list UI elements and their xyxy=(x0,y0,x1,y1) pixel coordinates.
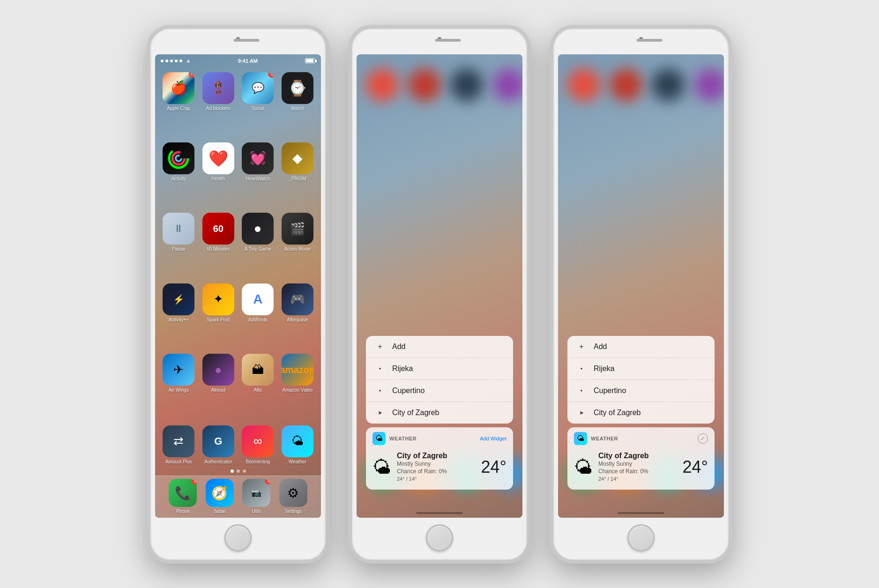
app-amountplus[interactable]: ⇄ Amount Plus xyxy=(161,425,197,465)
app-social-icon: 💬 1 xyxy=(242,72,274,104)
app-boomerang[interactable]: ∞ Boomerang xyxy=(240,425,276,465)
status-time: 9:41 AM xyxy=(238,58,258,64)
weather-title-area-3: 🌤 WEATHER xyxy=(574,432,618,445)
app-tinygame[interactable]: ● A Tiny Game xyxy=(240,213,276,279)
blur-circle-4 xyxy=(492,68,522,101)
page-dot-3 xyxy=(243,469,246,473)
pause-label: · Pause · xyxy=(170,246,188,252)
weather-desc-line2-2: Chance of Rain: 0% xyxy=(397,468,476,476)
app-actionmovie[interactable]: 🎬 Action Movie xyxy=(280,213,316,279)
blur-circle-3-4 xyxy=(694,68,724,101)
weather-sun-icon-2: 🌤 xyxy=(372,457,391,478)
blur-circle-2 xyxy=(408,68,441,101)
wifi-icon: ▲ xyxy=(186,58,191,63)
app-health-icon: ❤️ xyxy=(202,142,234,174)
afterpulse-label: Afterpulse xyxy=(287,317,308,323)
app-authenticator-icon: G xyxy=(202,425,234,457)
app-prism[interactable]: ◆ _PRISM xyxy=(280,142,316,209)
svg-point-1 xyxy=(172,152,185,164)
apple-crap-badge: 71 xyxy=(189,72,194,78)
weather-body-2: 🌤 City of Zagreb Mostly Sunny Chance of … xyxy=(366,448,513,490)
app-adblockers-icon: 📵 📵 xyxy=(202,72,234,104)
prism-label: _PRISM xyxy=(289,176,306,182)
qa-add-2[interactable]: + Add xyxy=(366,336,513,358)
dock-utils[interactable]: 📷 1 Utils xyxy=(242,479,270,514)
app-authenticator[interactable]: G Authenticator xyxy=(201,425,237,465)
qa-rijeka-2[interactable]: ● Rijeka xyxy=(366,358,513,380)
app-sparkpost[interactable]: ✦ Spark Post xyxy=(201,283,237,350)
home-button-3[interactable] xyxy=(627,524,655,551)
qa-rijeka-3[interactable]: ● Rijeka xyxy=(567,358,715,380)
battery-fill xyxy=(306,59,313,62)
qa-add-3[interactable]: + Add xyxy=(567,336,715,358)
qa-zagreb-3[interactable]: ➤ City of Zagreb xyxy=(567,402,715,424)
app-amazon[interactable]: amazon Amazon Video xyxy=(280,354,316,420)
checkmark-badge-3: ✓ xyxy=(698,433,708,444)
app-social[interactable]: 💬 1 Social xyxy=(240,72,276,139)
status-bar: ▲ 9:41 AM xyxy=(155,54,321,67)
social-badge: 1 xyxy=(268,72,274,78)
phone-3-screen: + Add ● Rijeka ● Cupertino ➤ City of Zag… xyxy=(558,54,724,518)
add-widget-btn-2[interactable]: Add Widget xyxy=(480,436,507,441)
app-adblockers[interactable]: 📵 📵 Ad blockers xyxy=(201,72,237,139)
app-amazon-icon: amazon xyxy=(282,354,313,386)
app-activity[interactable]: Activity xyxy=(161,142,197,209)
qa-cupertino-label-3: Cupertino xyxy=(594,387,626,395)
alto-label: Alto xyxy=(254,387,262,393)
blur-circle-3-3 xyxy=(652,68,685,101)
dock-settings[interactable]: ⚙ Settings xyxy=(279,479,307,514)
app-health[interactable]: ❤️ Health xyxy=(201,142,237,209)
app-amountplus-icon: ⇄ xyxy=(163,425,194,457)
dot-2 xyxy=(165,60,168,62)
qa-cupertino-3[interactable]: ● Cupertino xyxy=(567,380,715,402)
weather-header-3: 🌤 WEATHER ✓ xyxy=(567,427,715,448)
widget-screen-2: + Add ● Rijeka ● Cupertino ➤ City of Zag… xyxy=(357,54,522,518)
weather-widget-3: 🌤 WEATHER ✓ 🌤 City of Zagreb Mostly Sun xyxy=(567,427,715,490)
home-button-2[interactable] xyxy=(426,524,453,551)
utils-badge: 1 xyxy=(265,479,270,484)
weather-app-icon-3: 🌤 xyxy=(574,432,587,445)
sparkpost-label: Spark Post xyxy=(207,317,230,323)
app-boomerang-icon: ∞ xyxy=(242,425,274,457)
qa-rijeka-icon-2: ● xyxy=(375,366,385,371)
heartwatch-label: HeartWatch xyxy=(246,176,270,182)
app-alto-icon: 🏔 xyxy=(242,354,274,386)
dock-phone[interactable]: 📞 1 Phone xyxy=(169,479,197,514)
app-weather[interactable]: 🌤 Weather xyxy=(280,425,316,465)
dock-safari-label: Safari xyxy=(214,509,226,514)
battery-tip xyxy=(315,60,317,62)
app-watch[interactable]: ⌚ Watch xyxy=(280,72,316,139)
dock-safari[interactable]: 🧭 Safari xyxy=(206,479,234,514)
apple-crap-label: Apple Crap xyxy=(167,106,190,112)
app-adwords[interactable]: A AdWords xyxy=(240,283,276,350)
app-airwings[interactable]: ✈ Air Wings xyxy=(161,354,197,420)
authenticator-label: Authenticator xyxy=(204,459,232,465)
app-afterpulse[interactable]: 🎮 Afterpulse xyxy=(280,283,316,350)
home-button-1[interactable] xyxy=(224,524,252,551)
qa-add-label-2: Add xyxy=(392,342,405,351)
qa-zagreb-2[interactable]: ➤ City of Zagreb xyxy=(366,402,513,424)
dock-settings-label: Settings xyxy=(285,509,302,514)
svg-point-2 xyxy=(176,156,181,161)
qa-cupertino-icon-3: ● xyxy=(577,388,586,393)
app-60min[interactable]: 60 60 Minutes xyxy=(201,213,237,279)
app-alto[interactable]: 🏔 Alto xyxy=(240,354,276,420)
weather-desc-line2-3: Chance of Rain: 0% xyxy=(598,468,677,476)
app-activitypp[interactable]: ⚡ Activity++ xyxy=(161,283,197,350)
app-afterpulse-icon: 🎮 xyxy=(282,283,313,315)
battery-icon xyxy=(305,58,315,63)
app-tinygame-icon: ● xyxy=(242,213,274,245)
dot-1 xyxy=(161,60,164,62)
phone-2: + Add ● Rijeka ● Cupertino ➤ City of Zag… xyxy=(348,25,531,564)
almost-label: Almost xyxy=(211,387,225,393)
app-almost-icon: ● xyxy=(202,354,234,386)
app-apple-crap[interactable]: 🍎 71 Apple Crap xyxy=(161,72,197,139)
qa-cupertino-2[interactable]: ● Cupertino xyxy=(366,380,513,402)
app-pause[interactable]: ⏸ · Pause · xyxy=(161,213,197,279)
tinygame-label: A Tiny Game xyxy=(245,246,271,252)
app-heartwatch[interactable]: 💓 HeartWatch xyxy=(240,142,276,209)
weather-header-2: 🌤 WEATHER Add Widget xyxy=(366,427,513,448)
app-almost[interactable]: ● Almost xyxy=(201,354,237,420)
qa-cupertino-icon-2: ● xyxy=(375,388,385,393)
weather-sun-icon-3: 🌤 xyxy=(574,457,593,478)
